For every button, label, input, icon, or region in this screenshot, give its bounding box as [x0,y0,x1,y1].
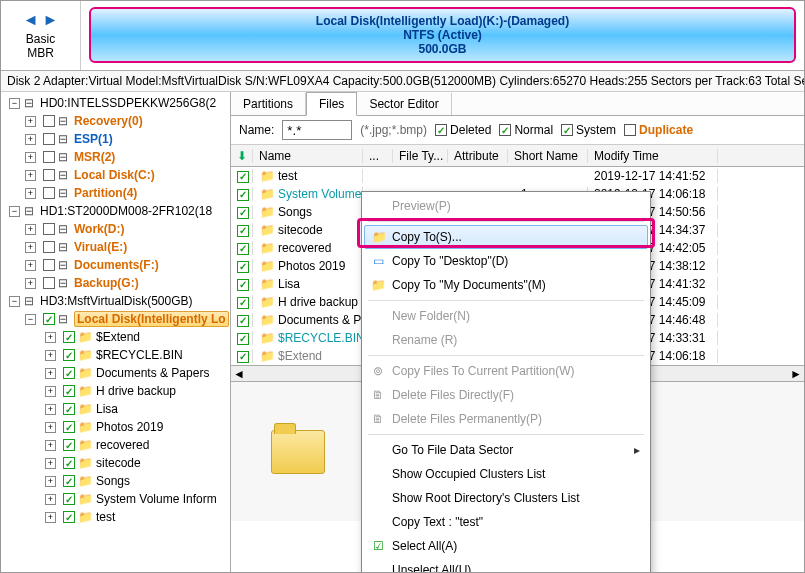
nav-basic-mbr[interactable]: ◄ ► Basic MBR [1,1,81,70]
menu-unselect-all[interactable]: Unselect All(U) [364,558,648,573]
checkbox-icon[interactable] [43,277,55,289]
expand-icon[interactable]: − [9,98,20,109]
expand-icon[interactable]: + [45,440,56,451]
expand-icon[interactable]: + [45,386,56,397]
menu-delete-direct[interactable]: 🗎Delete Files Directly(F) [364,383,648,407]
checkbox-icon[interactable]: ✓ [43,313,55,325]
checkbox-icon[interactable]: ✓ [63,511,75,523]
filter-deleted[interactable]: ✓Deleted [435,123,491,137]
checkbox-icon[interactable] [43,259,55,271]
tree-item[interactable]: +⊟Local Disk(C:) [1,166,230,184]
table-row[interactable]: ✓📁test2019-12-17 14:41:52 [231,167,804,185]
nav-back-icon[interactable]: ◄ [23,11,39,29]
tree-item[interactable]: +⊟Documents(F:) [1,256,230,274]
tree-item[interactable]: +✓📁Photos 2019 [1,418,230,436]
col-attr[interactable]: Attribute [448,149,508,163]
menu-show-occupied[interactable]: Show Occupied Clusters List [364,462,648,486]
checkbox-icon[interactable] [43,151,55,163]
checkbox-icon[interactable] [43,241,55,253]
tree-item[interactable]: +✓📁Documents & Papers [1,364,230,382]
expand-icon[interactable]: + [25,278,36,289]
expand-icon[interactable]: + [45,350,56,361]
col-modify[interactable]: Modify Time [588,149,718,163]
menu-copy-text[interactable]: Copy Text : "test" [364,510,648,534]
expand-icon[interactable]: + [45,512,56,523]
expand-icon[interactable]: + [25,170,36,181]
expand-icon[interactable]: + [45,422,56,433]
col-check-arrow[interactable]: ⬇ [231,149,253,163]
tree-panel[interactable]: −⊟HD0:INTELSSDPEKKW256G8(2+⊟Recovery(0)+… [1,92,231,572]
menu-new-folder[interactable]: New Folder(N) [364,304,648,328]
row-checkbox[interactable]: ✓ [237,171,249,183]
checkbox-icon[interactable]: ✓ [63,439,75,451]
scroll-right-icon[interactable]: ► [790,367,802,381]
row-checkbox[interactable]: ✓ [237,351,249,363]
tree-item[interactable]: +⊟Partition(4) [1,184,230,202]
menu-copy-mydocs[interactable]: 📁Copy To "My Documents"(M) [364,273,648,297]
row-checkbox[interactable]: ✓ [237,225,249,237]
expand-icon[interactable]: + [45,404,56,415]
tree-item[interactable]: −⊟HD1:ST2000DM008-2FR102(18 [1,202,230,220]
tree-item[interactable]: +⊟ESP(1) [1,130,230,148]
tree-item[interactable]: −⊟HD0:INTELSSDPEKKW256G8(2 [1,94,230,112]
col-short[interactable]: Short Name [508,149,588,163]
menu-copy-current-partition[interactable]: ⊚Copy Files To Current Partition(W) [364,359,648,383]
tree-item[interactable]: +⊟Recovery(0) [1,112,230,130]
col-type[interactable]: File Ty... [393,149,448,163]
tree-item[interactable]: +✓📁sitecode [1,454,230,472]
checkbox-icon[interactable]: ✓ [63,421,75,433]
expand-icon[interactable]: − [9,206,20,217]
tree-item[interactable]: +✓📁test [1,508,230,526]
row-checkbox[interactable]: ✓ [237,333,249,345]
row-checkbox[interactable]: ✓ [237,261,249,273]
checkbox-icon[interactable]: ✓ [63,367,75,379]
expand-icon[interactable]: + [45,368,56,379]
expand-icon[interactable]: + [45,476,56,487]
checkbox-icon[interactable]: ✓ [63,349,75,361]
checkbox-icon[interactable] [43,223,55,235]
tree-item[interactable]: +✓📁Lisa [1,400,230,418]
tree-item[interactable]: +✓📁H drive backup [1,382,230,400]
col-dots[interactable]: ... [363,149,393,163]
tree-item[interactable]: +✓📁Songs [1,472,230,490]
tree-item[interactable]: −⊟HD3:MsftVirtualDisk(500GB) [1,292,230,310]
tree-item[interactable]: −✓⊟Local Disk(Intelligently Lo [1,310,230,328]
checkbox-icon[interactable] [43,169,55,181]
checkbox-icon[interactable]: ✓ [63,475,75,487]
tree-item[interactable]: +⊟Backup(G:) [1,274,230,292]
checkbox-icon[interactable] [43,187,55,199]
tree-item[interactable]: +⊟Virual(E:) [1,238,230,256]
scroll-left-icon[interactable]: ◄ [233,367,245,381]
row-checkbox[interactable]: ✓ [237,189,249,201]
checkbox-icon[interactable] [43,133,55,145]
menu-select-all[interactable]: ☑Select All(A) [364,534,648,558]
filter-normal[interactable]: ✓Normal [499,123,553,137]
expand-icon[interactable]: − [25,314,36,325]
expand-icon[interactable]: + [25,242,36,253]
nav-forward-icon[interactable]: ► [43,11,59,29]
menu-rename[interactable]: Rename (R) [364,328,648,352]
tree-item[interactable]: +✓📁$RECYCLE.BIN [1,346,230,364]
menu-preview[interactable]: Preview(P) [364,194,648,218]
tree-item[interactable]: +✓📁recovered [1,436,230,454]
checkbox-icon[interactable]: ✓ [63,493,75,505]
expand-icon[interactable]: − [9,296,20,307]
tree-item[interactable]: +⊟Work(D:) [1,220,230,238]
tab-files[interactable]: Files [306,92,357,116]
menu-copy-to[interactable]: 📁Copy To(S)... [364,225,648,249]
checkbox-icon[interactable]: ✓ [63,331,75,343]
expand-icon[interactable]: + [25,116,36,127]
tree-item[interactable]: +✓📁$Extend [1,328,230,346]
row-checkbox[interactable]: ✓ [237,243,249,255]
expand-icon[interactable]: + [25,224,36,235]
menu-copy-desktop[interactable]: ▭Copy To "Desktop"(D) [364,249,648,273]
filter-duplicate[interactable]: ✓Duplicate [624,123,693,137]
name-filter-input[interactable] [282,120,352,140]
filter-system[interactable]: ✓System [561,123,616,137]
expand-icon[interactable]: + [25,152,36,163]
checkbox-icon[interactable] [43,115,55,127]
row-checkbox[interactable]: ✓ [237,315,249,327]
menu-show-root-clusters[interactable]: Show Root Directory's Clusters List [364,486,648,510]
expand-icon[interactable]: + [25,188,36,199]
col-name[interactable]: Name [253,149,363,163]
